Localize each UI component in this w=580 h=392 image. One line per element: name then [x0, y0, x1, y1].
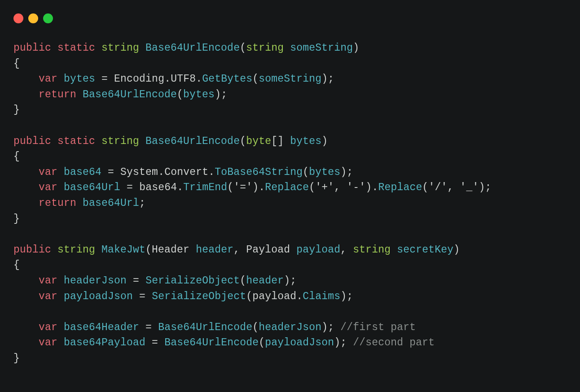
keyword-static: static	[57, 42, 95, 54]
keyword-var: var	[39, 73, 57, 85]
close-icon[interactable]	[13, 13, 23, 23]
method-name: Base64UrlEncode	[145, 42, 240, 54]
type-string: string	[101, 42, 139, 54]
code-window: public static string Base64UrlEncode(str…	[0, 0, 580, 392]
titlebar	[13, 13, 567, 23]
keyword-return: return	[39, 89, 76, 100]
param-name: someString	[290, 42, 353, 54]
minimize-icon[interactable]	[28, 13, 38, 23]
comment: //first part	[340, 322, 416, 333]
keyword-public: public	[13, 42, 51, 54]
code-editor[interactable]: public static string Base64UrlEncode(str…	[13, 40, 567, 366]
comment: //second part	[353, 337, 435, 348]
maximize-icon[interactable]	[43, 13, 53, 23]
